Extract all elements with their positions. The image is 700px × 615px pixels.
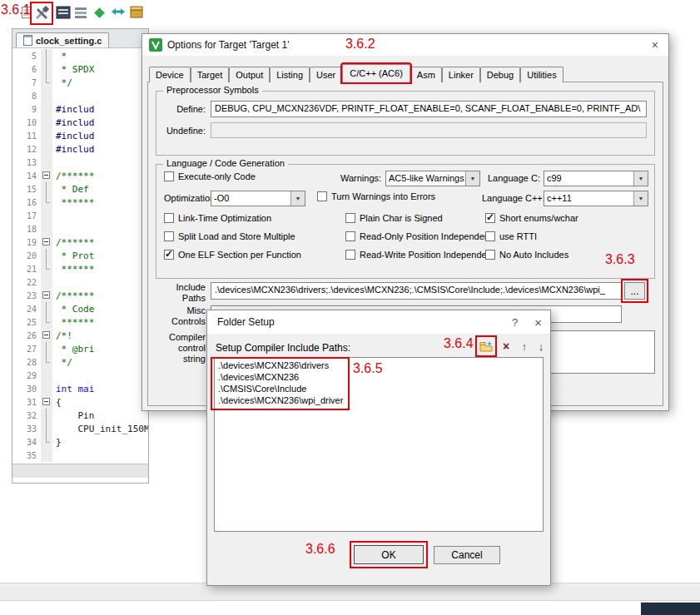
short-enums-wchar-checkbox[interactable]: Short enums/wchar — [485, 213, 578, 223]
code-text: { — [52, 397, 62, 408]
turn-warnings-errors-checkbox[interactable]: Turn Warnings into Errors — [317, 191, 435, 201]
options-tab[interactable]: Asm — [410, 67, 442, 82]
fold-marker-icon[interactable] — [41, 222, 52, 236]
editor-tab-label: clock_setting.c — [36, 36, 102, 46]
options-tab[interactable]: Utilities — [520, 67, 563, 82]
chevron-down-icon[interactable]: ▼ — [633, 191, 648, 206]
fold-marker-icon[interactable] — [41, 329, 52, 342]
undefine-input[interactable] — [211, 122, 647, 138]
include-paths-input[interactable]: .\devices\MCXN236\drivers;.\devices\MCXN… — [211, 282, 622, 300]
fold-marker-icon[interactable] — [41, 49, 52, 62]
options-tab[interactable]: Linker — [442, 67, 480, 82]
taskbar-fragment — [641, 603, 700, 615]
ok-button[interactable]: OK — [354, 545, 424, 564]
options-tab[interactable]: Debug — [480, 67, 520, 82]
include-path-item[interactable]: .\devices\MCXN236\wpi_driver — [215, 394, 543, 406]
fold-marker-icon[interactable] — [41, 262, 52, 275]
chevron-down-icon[interactable]: ▼ — [633, 171, 648, 186]
options-tab[interactable]: Listing — [270, 67, 310, 82]
line-number: 6 — [12, 65, 41, 74]
plain-char-signed-checkbox[interactable]: Plain Char is Signed — [345, 213, 443, 223]
editor-hscrollbar[interactable] — [12, 464, 148, 478]
fold-marker-icon[interactable] — [41, 209, 52, 222]
code-text: #includ — [52, 117, 94, 128]
fold-marker-icon[interactable] — [41, 382, 52, 395]
fold-marker-icon[interactable] — [41, 116, 52, 129]
close-icon[interactable]: × — [642, 38, 668, 52]
fold-marker-icon[interactable] — [41, 249, 52, 262]
include-path-item[interactable]: .\CMSIS\Core\Include — [215, 383, 543, 394]
chevron-down-icon[interactable]: ▼ — [465, 171, 479, 186]
fold-marker-icon[interactable] — [41, 102, 52, 116]
fold-marker-icon[interactable] — [41, 409, 52, 422]
fold-marker-icon[interactable] — [41, 169, 52, 182]
options-tab[interactable]: Device — [149, 67, 191, 82]
include-paths-list[interactable]: .\devices\MCXN236\drivers.\devices\MCXN2… — [214, 357, 544, 532]
include-paths-browse-button[interactable]: ... — [624, 282, 645, 300]
new-path-icon[interactable] — [479, 339, 494, 354]
fold-marker-icon[interactable] — [41, 275, 52, 289]
file-extensions-button[interactable] — [74, 7, 87, 18]
fold-marker-icon[interactable] — [41, 289, 52, 302]
execute-only-code-checkbox[interactable]: Execute-only Code — [164, 171, 256, 181]
delete-path-icon[interactable]: × — [499, 339, 514, 354]
fold-marker-icon[interactable] — [41, 142, 52, 156]
combo-value: c++11 — [544, 191, 633, 206]
fold-marker-icon[interactable] — [41, 89, 52, 102]
fold-marker-icon[interactable] — [41, 76, 52, 89]
define-input[interactable]: DEBUG, CPU_MCXN236VDF, PRINTF_FLOAT_ENAB… — [211, 101, 647, 117]
read-only-pi-checkbox[interactable]: Read-Only Position Independent — [345, 231, 492, 241]
code-text: */ — [52, 357, 72, 368]
fold-marker-icon[interactable] — [41, 129, 52, 142]
options-tab[interactable]: Output — [229, 67, 270, 82]
options-tab[interactable]: C/C++ (AC6) — [342, 64, 410, 82]
fold-marker-icon[interactable] — [41, 342, 52, 355]
checkbox-box-icon — [164, 231, 174, 241]
manage-project-items-button[interactable] — [56, 6, 71, 19]
chevron-down-icon[interactable]: ▼ — [290, 191, 305, 206]
fold-marker-icon[interactable] — [41, 182, 52, 196]
optimization-combobox[interactable]: -O0 ▼ — [211, 191, 305, 206]
fold-marker-icon[interactable] — [41, 422, 52, 435]
use-rtti-checkbox[interactable]: use RTTI — [485, 231, 537, 241]
fold-marker-icon[interactable] — [41, 435, 52, 449]
code-area[interactable]: 5 * 6 * SPDX 7 */ 8 9 — [12, 49, 148, 462]
options-tab[interactable]: Target — [191, 67, 230, 82]
fold-marker-icon[interactable] — [41, 196, 52, 209]
help-icon[interactable]: ? — [504, 316, 526, 329]
fold-marker-icon[interactable] — [41, 302, 52, 315]
fold-marker-icon[interactable] — [41, 315, 52, 329]
cancel-button[interactable]: Cancel — [434, 546, 500, 564]
multi-project-arrows-button[interactable] — [111, 6, 126, 17]
fold-marker-icon[interactable] — [41, 236, 52, 249]
fold-marker-icon[interactable] — [41, 62, 52, 76]
pack-installer-button[interactable] — [129, 5, 144, 18]
fold-marker-icon[interactable] — [41, 156, 52, 169]
code-text: /****** — [52, 290, 94, 301]
options-tab[interactable]: User — [310, 67, 342, 82]
fold-marker-icon[interactable] — [41, 355, 52, 369]
warnings-combobox[interactable]: AC5-like Warnings ▼ — [385, 171, 480, 186]
split-load-store-checkbox[interactable]: Split Load and Store Multiple — [164, 231, 295, 241]
code-text: } — [52, 437, 62, 448]
fold-marker-icon[interactable] — [41, 369, 52, 382]
uvision-logo-icon — [149, 38, 162, 52]
no-auto-includes-checkbox[interactable]: No Auto Includes — [485, 250, 568, 260]
move-up-icon[interactable]: ↑ — [517, 339, 532, 354]
tab-label: User — [316, 70, 335, 80]
code-line: 34 } — [12, 435, 148, 449]
code-line: 14 /****** — [12, 169, 148, 182]
close-icon[interactable]: × — [526, 315, 550, 330]
manage-rte-button[interactable] — [92, 5, 107, 20]
code-line: 11 #includ — [12, 129, 148, 142]
link-time-optimization-checkbox[interactable]: Link-Time Optimization — [164, 213, 271, 223]
one-elf-section-checkbox[interactable]: One ELF Section per Function — [164, 250, 301, 260]
options-for-target-button[interactable] — [33, 5, 50, 22]
fold-marker-icon[interactable] — [41, 395, 52, 409]
read-write-pi-checkbox[interactable]: Read-Write Position Independent — [345, 250, 494, 260]
editor-tab-clock-setting[interactable]: clock_setting.c — [16, 32, 109, 47]
language-cpp-combobox[interactable]: c++11 ▼ — [544, 191, 648, 206]
fold-marker-icon[interactable] — [41, 449, 52, 462]
language-c-combobox[interactable]: c99 ▼ — [544, 171, 648, 186]
move-down-icon[interactable]: ↓ — [534, 339, 549, 354]
